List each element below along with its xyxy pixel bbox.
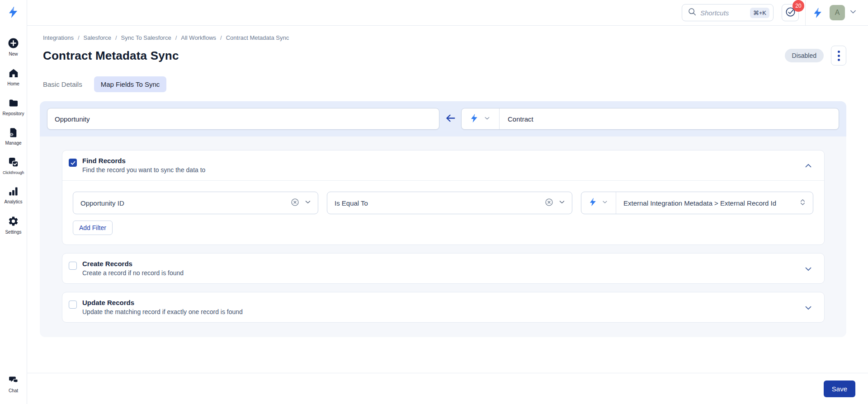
search-icon [688,7,697,18]
find-records-card: Find Records Find the record you want to… [62,150,825,245]
title-row: Contract Metadata Sync Disabled [43,46,846,66]
save-button[interactable]: Save [824,381,855,397]
search-input[interactable] [700,9,750,17]
update-records-checkbox[interactable] [69,301,77,309]
kebab-dot [838,59,840,61]
chevron-down-icon [483,114,491,124]
sidebar-item-new[interactable]: New [0,38,27,56]
breadcrumb-item[interactable]: All Workflows [181,34,216,41]
find-records-header[interactable]: Find Records Find the record you want to… [62,150,824,180]
sidebar-item-manage[interactable]: Manage [0,127,27,146]
lightning-logo-icon [7,6,20,20]
update-records-header[interactable]: Update Records Update the matching recor… [62,292,824,322]
avatar[interactable]: A [830,5,845,20]
overlap-check-icon [8,157,19,168]
breadcrumb-item[interactable]: Integrations [43,34,74,41]
breadcrumb-separator: / [78,34,80,41]
chevron-up-icon[interactable] [803,161,813,173]
update-records-card: Update Records Update the matching recor… [62,292,825,323]
tab-basic-details[interactable]: Basic Details [43,76,82,92]
sidebar-item-chat[interactable]: Chat [0,375,27,393]
filter-row: Opportunity ID [62,181,824,214]
create-records-header[interactable]: Create Records Create a record if no rec… [62,254,824,283]
section-title: Update Records [82,299,803,306]
sidebar-item-label: Clickthrough [3,170,24,175]
page-content: Integrations / Salesforce / Sync To Sale… [27,26,868,373]
search-box[interactable]: ⌘+K [682,4,774,21]
more-actions-button[interactable] [831,46,846,66]
clear-circle-icon[interactable] [291,198,299,208]
breadcrumb-separator: / [220,34,222,41]
find-records-text: Find Records Find the record you want to… [82,157,803,174]
filter-field-value: Opportunity ID [80,199,291,207]
filter-value-group: External Integration Metadata > External… [581,192,813,214]
tasks-button[interactable]: 20 [782,4,799,21]
filter-operator-select[interactable]: Is Equal To [327,192,572,214]
mapping-panel: Contract Find Records Find the record yo [40,101,846,337]
mapping-panel-body: Find Records Find the record you want to… [40,136,846,337]
sidebar-item-home[interactable]: Home [0,68,27,86]
lightning-icon [589,197,598,208]
select-icons [291,198,312,208]
find-records-checkbox[interactable] [69,159,77,167]
kebab-dot [838,55,840,57]
document-gear-icon [8,127,19,138]
chevron-down-icon [304,198,312,208]
footer: Save [27,373,868,404]
topbar-divider [805,0,806,25]
profile-chevron-down-icon[interactable] [848,7,858,19]
sidebar-item-label: Repository [3,111,24,116]
mapping-direction [439,112,461,126]
sidebar-item-analytics[interactable]: Analytics [0,186,27,204]
filter-field-select[interactable]: Opportunity ID [73,192,318,214]
add-filter-button[interactable]: Add Filter [73,221,113,235]
page-title: Contract Metadata Sync [43,49,785,63]
arrow-left-icon [444,112,457,126]
plus-circle-icon [8,38,19,49]
chevron-down-icon[interactable] [803,264,813,276]
unfold-icon [799,198,807,208]
tabs: Basic Details Map Fields To Sync [43,76,846,92]
keyboard-shortcut-badge: ⌘+K [750,8,769,18]
breadcrumb-item[interactable]: Sync To Salesforce [121,34,171,41]
app-root: New Home Repository Manage [0,0,868,404]
sidebar-item-label: Manage [5,141,21,146]
sidebar-item-label: Analytics [4,199,22,204]
breadcrumb-separator: / [115,34,117,41]
main-area: ⌘+K 20 A Integrations / [27,0,868,404]
status-badge: Disabled [785,49,824,62]
filter-value-field[interactable]: External Integration Metadata > External… [616,192,813,214]
breadcrumb: Integrations / Salesforce / Sync To Sale… [43,34,846,41]
breadcrumb-separator: / [175,34,177,41]
filter-value-source-selector[interactable] [581,192,616,214]
target-object-value[interactable]: Contract [500,108,839,129]
lightning-icon[interactable] [812,7,824,19]
chevron-down-icon[interactable] [803,303,813,315]
sidebar-item-clickthrough[interactable]: Clickthrough [0,157,27,175]
create-records-checkbox[interactable] [69,262,77,270]
filter-value-text: External Integration Metadata > External… [623,199,799,207]
update-records-text: Update Records Update the matching recor… [82,299,803,315]
home-icon [8,68,19,79]
target-object-group: Contract [461,108,839,130]
target-source-selector[interactable] [462,108,500,129]
sidebar-item-label: Home [7,81,19,86]
app-logo[interactable] [0,0,27,26]
tab-map-fields-to-sync[interactable]: Map Fields To Sync [94,76,167,92]
section-title: Create Records [82,260,803,268]
source-object-input[interactable] [47,108,439,130]
breadcrumb-item[interactable]: Contract Metadata Sync [226,34,289,41]
sidebar-item-label: New [9,52,18,56]
folder-icon [8,98,19,108]
sidebar-item-label: Chat [9,388,18,393]
sidebar-item-settings[interactable]: Settings [0,216,27,235]
chevron-down-icon [558,198,566,208]
sidebar: New Home Repository Manage [0,0,27,404]
lightning-icon [470,113,479,125]
clear-circle-icon[interactable] [545,198,553,208]
sidebar-item-repository[interactable]: Repository [0,98,27,116]
object-mapping-header: Contract [40,101,846,136]
bar-chart-icon [8,186,19,197]
sidebar-nav: New Home Repository Manage [0,38,27,375]
breadcrumb-item[interactable]: Salesforce [84,34,111,41]
